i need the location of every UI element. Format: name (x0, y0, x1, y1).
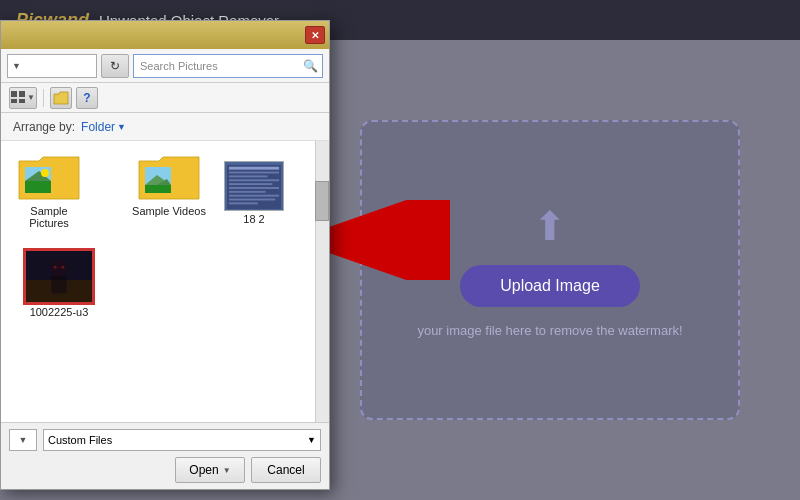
svg-rect-2 (19, 91, 25, 97)
folder-label: Sample Pictures (10, 205, 88, 229)
image-18-2-thumb (224, 161, 284, 211)
svg-rect-30 (26, 251, 92, 280)
new-folder-button[interactable] (50, 87, 72, 109)
back-button[interactable]: ↻ (101, 54, 129, 78)
help-button[interactable]: ? (76, 87, 98, 109)
svg-rect-15 (229, 172, 279, 174)
svg-rect-17 (229, 179, 279, 181)
folder-sample-pictures[interactable]: Sample Pictures (9, 151, 89, 229)
arrange-value[interactable]: Folder ▼ (81, 120, 126, 134)
search-box[interactable]: Search Pictures 🔍 (133, 54, 323, 78)
svg-rect-20 (229, 191, 266, 193)
image-18-2[interactable]: 18 2 (219, 161, 289, 229)
nav-dropdown[interactable]: ▼ (7, 54, 97, 78)
svg-rect-16 (229, 175, 268, 177)
svg-rect-4 (19, 99, 25, 103)
dialog-toolbar: ▼ ↻ Search Pictures 🔍 (1, 49, 329, 83)
upload-hint: your image file here to remove the water… (417, 323, 682, 338)
image-1002225-label: 1002225-u3 (30, 306, 89, 318)
svg-rect-23 (229, 202, 258, 204)
image-1002225-thumb (24, 249, 94, 304)
svg-rect-21 (229, 195, 279, 197)
bottom-dropdown1[interactable]: ▼ (9, 429, 37, 451)
open-arrow: ▼ (223, 466, 231, 475)
file-type-dropdown[interactable]: Custom Files ▼ (43, 429, 321, 451)
image-18-2-label: 18 2 (243, 213, 264, 225)
arrange-bar: Arrange by: Folder ▼ (1, 113, 329, 141)
file-content: Sample Pictures Sample Videos (1, 141, 329, 422)
scrollbar[interactable] (315, 141, 329, 422)
svg-rect-18 (229, 183, 272, 185)
search-icon: 🔍 (303, 59, 318, 73)
svg-rect-6 (25, 181, 51, 193)
scroll-thumb[interactable] (315, 181, 329, 221)
chevron-down-icon: ▼ (307, 435, 316, 445)
dialog-toolbar2: ▼ ? (1, 83, 329, 113)
upload-icon: ⬆ (533, 203, 567, 249)
svg-rect-1 (11, 91, 17, 97)
svg-rect-3 (11, 99, 17, 103)
arrange-by-label: Arrange by: (13, 120, 75, 134)
open-button[interactable]: Open ▼ (175, 457, 245, 483)
file-type-label: Custom Files (48, 434, 112, 446)
svg-rect-19 (229, 187, 279, 189)
bottom-row1: ▼ Custom Files ▼ (9, 429, 321, 451)
view-button[interactable]: ▼ (9, 87, 37, 109)
image-1002225[interactable]: 1002225-u3 (19, 249, 99, 318)
dialog-bottom: ▼ Custom Files ▼ Open ▼ Cancel (1, 422, 329, 489)
search-placeholder: Search Pictures (140, 60, 218, 72)
cancel-button[interactable]: Cancel (251, 457, 321, 483)
svg-rect-22 (229, 199, 275, 201)
upload-zone: ⬆ Upload Image your image file here to r… (360, 120, 740, 420)
folder-label: Sample Videos (132, 205, 206, 217)
bottom-row2: Open ▼ Cancel (9, 457, 321, 483)
chevron-down-icon: ▼ (117, 122, 126, 132)
dialog-titlebar: ✕ (1, 21, 329, 49)
folder-sample-videos[interactable]: Sample Videos (129, 151, 209, 229)
svg-point-8 (41, 169, 49, 177)
file-dialog: ✕ ▼ ↻ Search Pictures 🔍 ▼ ? (0, 20, 330, 490)
svg-rect-10 (145, 185, 171, 193)
svg-rect-14 (229, 167, 279, 170)
dialog-close-button[interactable]: ✕ (305, 26, 325, 44)
upload-button[interactable]: Upload Image (460, 265, 640, 307)
